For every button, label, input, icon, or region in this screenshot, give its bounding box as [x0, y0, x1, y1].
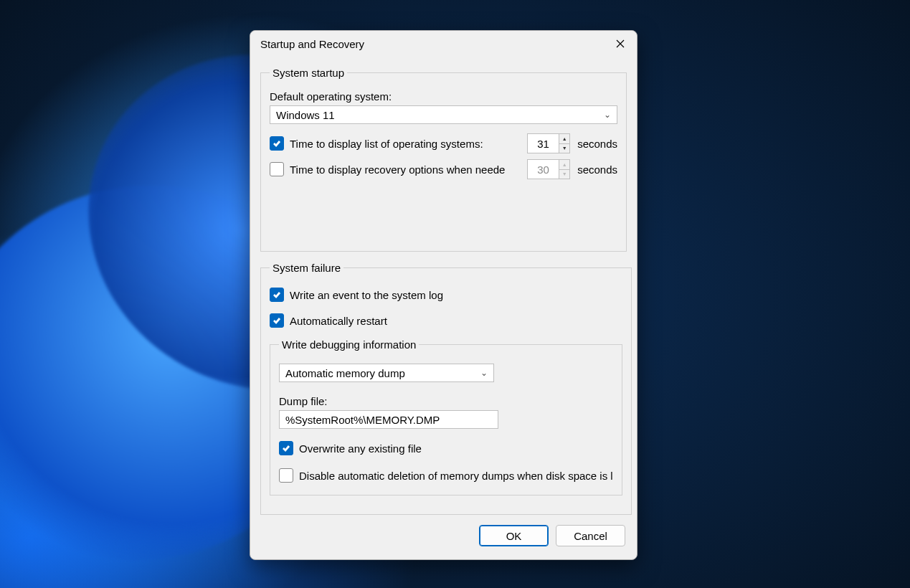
debug-info-group: Write debugging information Automatic me… — [270, 338, 622, 495]
auto-restart-checkbox[interactable] — [270, 313, 284, 328]
write-event-checkbox[interactable] — [270, 288, 284, 302]
dump-file-label: Dump file: — [279, 395, 613, 407]
chevron-down-icon: ⌄ — [604, 110, 611, 120]
auto-restart-row: Automatically restart — [270, 310, 622, 331]
title-bar: Startup and Recovery — [250, 31, 637, 57]
display-os-list-row: Time to display list of operating system… — [270, 133, 617, 154]
default-os-combo[interactable]: Windows 11 ⌄ — [270, 105, 617, 124]
debug-info-legend: Write debugging information — [279, 338, 419, 351]
default-os-label: Default operating system: — [270, 90, 617, 103]
dialog-body: System startup Default operating system:… — [250, 57, 637, 559]
spinner-down-icon: ▼ — [559, 169, 570, 180]
system-startup-legend: System startup — [270, 67, 347, 79]
disable-delete-label: Disable automatic deletion of memory dum… — [299, 470, 613, 482]
close-icon — [616, 38, 625, 50]
spinner-up-icon: ▲ — [559, 159, 570, 169]
system-startup-group: System startup Default operating system:… — [260, 67, 627, 252]
disable-delete-row: Disable automatic deletion of memory dum… — [279, 465, 613, 486]
cancel-button[interactable]: Cancel — [556, 525, 625, 546]
debug-info-type-combo[interactable]: Automatic memory dump ⌄ — [279, 364, 494, 382]
write-event-row: Write an event to the system log — [270, 284, 622, 305]
system-failure-group: System failure Write an event to the sys… — [260, 262, 632, 515]
spinner-down-icon[interactable]: ▼ — [559, 143, 570, 154]
overwrite-checkbox[interactable] — [279, 441, 293, 455]
close-button[interactable] — [604, 31, 637, 57]
debug-info-type-value: Automatic memory dump — [285, 367, 405, 379]
display-recovery-unit: seconds — [577, 163, 617, 176]
display-recovery-label: Time to display recovery options when ne… — [290, 163, 505, 176]
chevron-down-icon: ⌄ — [480, 368, 488, 378]
dump-file-value: %SystemRoot%\MEMORY.DMP — [285, 414, 440, 426]
startup-recovery-dialog: Startup and Recovery System startup Defa… — [250, 30, 638, 560]
display-os-list-checkbox[interactable] — [270, 136, 284, 151]
disable-delete-checkbox[interactable] — [279, 468, 293, 483]
write-event-label: Write an event to the system log — [290, 289, 443, 301]
display-os-list-unit: seconds — [577, 138, 617, 150]
overwrite-label: Overwrite any existing file — [299, 442, 422, 455]
spinner-up-icon[interactable]: ▲ — [559, 133, 570, 143]
display-os-list-label: Time to display list of operating system… — [290, 138, 483, 150]
display-recovery-checkbox[interactable] — [270, 162, 284, 176]
display-recovery-row: Time to display recovery options when ne… — [270, 158, 617, 180]
auto-restart-label: Automatically restart — [290, 315, 387, 327]
display-recovery-spinner: 30 ▲ ▼ — [527, 159, 570, 179]
dialog-buttons: OK Cancel — [260, 525, 627, 546]
display-recovery-value: 30 — [527, 159, 559, 179]
default-os-value: Windows 11 — [276, 109, 335, 121]
ok-button[interactable]: OK — [479, 525, 549, 546]
dump-file-input[interactable]: %SystemRoot%\MEMORY.DMP — [279, 410, 498, 429]
display-os-list-value[interactable]: 31 — [527, 133, 559, 153]
display-os-list-spinner[interactable]: 31 ▲ ▼ — [527, 133, 570, 153]
system-failure-legend: System failure — [270, 262, 343, 274]
overwrite-row: Overwrite any existing file — [279, 437, 613, 459]
dialog-title: Startup and Recovery — [260, 38, 364, 50]
